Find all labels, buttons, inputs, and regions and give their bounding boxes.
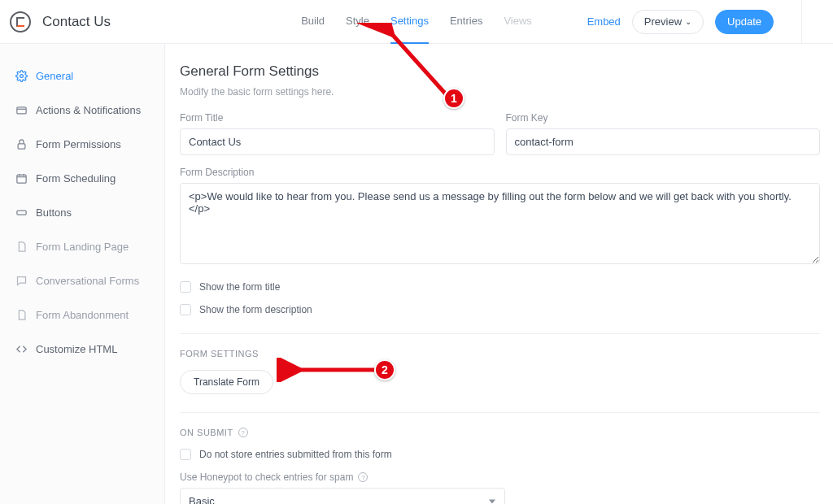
sidebar-item-abandonment[interactable]: Form Abandonment bbox=[0, 298, 164, 332]
sidebar-item-label: Form Landing Page bbox=[36, 241, 129, 253]
sidebar-item-customize-html[interactable]: Customize HTML bbox=[0, 332, 164, 366]
gear-icon bbox=[15, 69, 28, 82]
svg-rect-3 bbox=[16, 211, 25, 215]
chevron-down-icon: ⌄ bbox=[685, 17, 691, 26]
sidebar-item-label: Form Abandonment bbox=[36, 309, 129, 321]
sidebar-item-buttons[interactable]: Buttons bbox=[0, 195, 164, 229]
help-icon[interactable]: ? bbox=[358, 472, 368, 482]
checkbox-icon[interactable] bbox=[180, 281, 191, 293]
svg-rect-2 bbox=[16, 175, 25, 183]
form-description-textarea[interactable]: <p>We would like to hear from you. Pleas… bbox=[180, 183, 820, 264]
annotation-marker-1: 1 bbox=[443, 88, 464, 109]
page-icon bbox=[15, 308, 28, 321]
sidebar-item-conversational[interactable]: Conversational Forms bbox=[0, 263, 164, 298]
main-panel: General Form Settings Modify the basic f… bbox=[165, 44, 833, 504]
svg-rect-1 bbox=[18, 143, 25, 148]
page-icon bbox=[15, 240, 28, 253]
code-icon bbox=[15, 342, 28, 355]
help-icon[interactable]: ? bbox=[238, 428, 248, 437]
annotation-arrow-1 bbox=[293, 23, 456, 104]
update-button[interactable]: Update bbox=[715, 10, 774, 34]
form-key-input[interactable] bbox=[506, 128, 821, 155]
form-key-label: Form Key bbox=[506, 112, 821, 124]
no-store-checkbox-row[interactable]: Do not store entries submitted from this… bbox=[180, 449, 820, 460]
sidebar-item-label: Customize HTML bbox=[36, 343, 117, 355]
settings-sidebar: General Actions & Notifications Form Per… bbox=[0, 44, 165, 504]
embed-link[interactable]: Embed bbox=[587, 15, 621, 28]
show-description-checkbox-row[interactable]: Show the form description bbox=[180, 304, 820, 315]
annotation-arrow-2 bbox=[277, 358, 390, 382]
on-submit-heading: ON SUBMIT ? bbox=[180, 428, 820, 437]
preview-label: Preview bbox=[644, 15, 682, 28]
sidebar-item-label: General bbox=[36, 70, 73, 82]
checkbox-label: Show the form title bbox=[199, 281, 280, 293]
sidebar-item-label: Actions & Notifications bbox=[36, 104, 141, 116]
chat-icon bbox=[15, 274, 28, 287]
sidebar-item-scheduling[interactable]: Form Scheduling bbox=[0, 161, 164, 195]
svg-rect-0 bbox=[16, 106, 25, 113]
top-actions: Embed Preview ⌄ Update bbox=[587, 0, 818, 44]
svg-line-4 bbox=[390, 33, 447, 96]
annotation-marker-2: 2 bbox=[374, 359, 395, 380]
checkbox-icon[interactable] bbox=[180, 304, 191, 315]
form-title-label: Form Title bbox=[180, 112, 495, 124]
calendar-icon bbox=[15, 172, 28, 185]
sidebar-item-label: Form Scheduling bbox=[36, 172, 116, 185]
checkbox-label: Do not store entries submitted from this… bbox=[199, 449, 392, 460]
sidebar-item-landing-page[interactable]: Form Landing Page bbox=[0, 229, 164, 263]
preview-button[interactable]: Preview ⌄ bbox=[632, 10, 704, 34]
sidebar-item-label: Form Permissions bbox=[36, 138, 121, 150]
page-title: Contact Us bbox=[42, 14, 111, 30]
sidebar-item-label: Conversational Forms bbox=[36, 275, 139, 287]
checkbox-label: Show the form description bbox=[199, 304, 312, 315]
inbox-icon bbox=[15, 103, 28, 116]
section-title: General Form Settings bbox=[180, 63, 820, 80]
sidebar-item-label: Buttons bbox=[36, 206, 72, 219]
button-icon bbox=[15, 206, 28, 219]
show-title-checkbox-row[interactable]: Show the form title bbox=[180, 281, 820, 293]
checkbox-icon[interactable] bbox=[180, 449, 191, 460]
honeypot-label: Use Honeypot to check entries for spam bbox=[180, 471, 353, 483]
app-logo-icon bbox=[10, 11, 31, 33]
form-description-label: Form Description bbox=[180, 167, 820, 178]
honeypot-select[interactable]: Basic bbox=[180, 488, 505, 504]
sidebar-item-permissions[interactable]: Form Permissions bbox=[0, 127, 164, 161]
section-subtitle: Modify the basic form settings here. bbox=[180, 86, 820, 98]
close-icon[interactable] bbox=[801, 0, 818, 44]
tab-views: Views bbox=[504, 0, 531, 44]
sidebar-item-actions[interactable]: Actions & Notifications bbox=[0, 93, 164, 127]
sidebar-item-general[interactable]: General bbox=[0, 59, 164, 93]
lock-icon bbox=[15, 137, 28, 150]
translate-form-button[interactable]: Translate Form bbox=[180, 370, 273, 394]
form-title-input[interactable] bbox=[180, 128, 495, 155]
